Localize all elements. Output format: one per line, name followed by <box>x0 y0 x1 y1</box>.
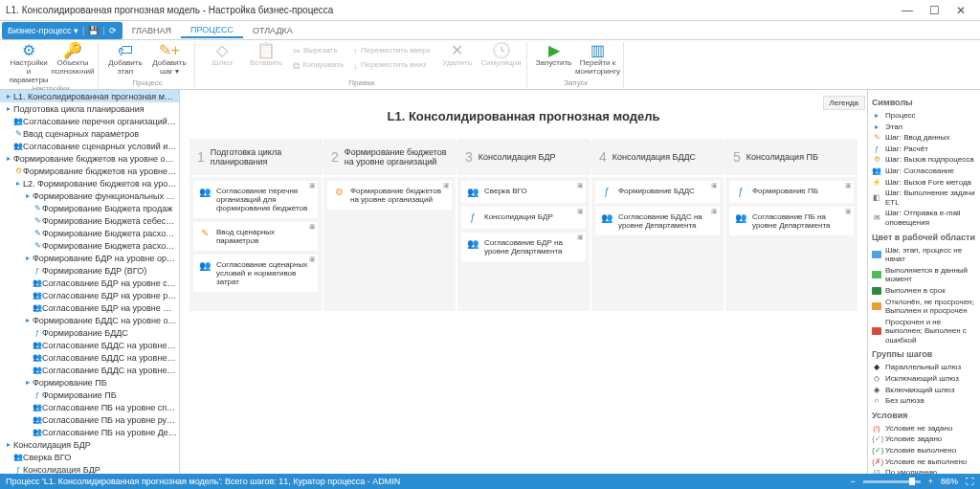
tab-debug[interactable]: ОТЛАДКА <box>243 24 302 37</box>
step-corner-icon[interactable]: ▣ <box>443 182 450 189</box>
tree-node[interactable]: 👥Согласование БДДС на уровне руководител… <box>0 351 179 364</box>
close-button[interactable]: ✕ <box>947 4 974 17</box>
legend-heading: Символы <box>872 98 976 107</box>
legend-toggle[interactable]: Легенда <box>823 96 865 110</box>
tree-node[interactable]: ⚙Формирование бюджетов на уровне организ… <box>0 165 179 177</box>
tree-node[interactable]: ▸Подготовка цикла планирования <box>0 102 179 115</box>
step-corner-icon[interactable]: ▣ <box>577 182 584 189</box>
window-title: L1. Консолидированная прогнозная модель … <box>6 5 894 15</box>
tree-node[interactable]: ▸L1. Консолидированная прогнозная модель <box>0 90 179 102</box>
tree-node[interactable]: 👥Согласование перечня организаций для фо… <box>0 115 179 127</box>
step-card[interactable]: ƒКонсолидация БДР▣ <box>461 207 586 229</box>
maximize-button[interactable]: ☐ <box>921 4 947 17</box>
copy-button[interactable]: ⧉Копировать <box>293 58 344 72</box>
tree-node[interactable]: 👥Согласование БДДС на уровне специалиста… <box>0 339 179 351</box>
step-corner-icon[interactable]: ▣ <box>577 233 584 241</box>
stage-header[interactable]: 2Формирование бюджетов на уровне организ… <box>323 139 456 175</box>
tree-node[interactable]: 👥Согласование ПБ на уровне руководителя … <box>0 413 179 426</box>
stage-header[interactable]: 4Консолидация БДДС <box>591 139 724 175</box>
run-button[interactable]: ▶Запустить <box>533 42 575 77</box>
step-corner-icon[interactable]: ▣ <box>845 182 852 189</box>
step-card[interactable]: 👥Согласование БДДС на уровне Департамент… <box>595 207 720 235</box>
step-card[interactable]: 👥Согласование перечня организаций для фо… <box>193 181 318 218</box>
simulation-button[interactable]: 🕓Симуляция <box>480 42 523 74</box>
zoom-out-button[interactable]: − <box>850 477 855 486</box>
gate-button[interactable]: ◇Шлюз <box>201 42 243 74</box>
stage-name: Консолидация БДДС <box>612 152 696 162</box>
tree-node[interactable]: ƒФормирование БДР (ВГО) <box>0 264 179 277</box>
stage[interactable]: 4Консолидация БДДСƒФормирование БДДС▣👥Со… <box>591 139 724 311</box>
step-card[interactable]: 👥Согласование сценарных условий и нормат… <box>193 255 318 292</box>
delete-button[interactable]: ✕Удалить <box>436 42 479 74</box>
monitoring-button[interactable]: ▥Перейти к мониторингу <box>577 42 619 77</box>
tab-home[interactable]: ГЛАВНАЯ <box>122 24 181 37</box>
move-down-button[interactable]: ↓Переместить вниз <box>353 58 430 72</box>
step-icon: ƒ <box>735 187 746 197</box>
tree-node[interactable]: 👥Сверка ВГО <box>0 451 179 463</box>
step-corner-icon[interactable]: ▣ <box>309 256 316 263</box>
tree-node[interactable]: ✎Формирование Бюджета расходов на персон… <box>0 239 179 252</box>
step-card[interactable]: 👥Согласование ПБ на уровне Департамента▣ <box>729 207 854 235</box>
expand-icon[interactable]: ⛶ <box>966 477 974 486</box>
step-card[interactable]: ƒФормирование ПБ▣ <box>729 181 854 203</box>
tree-node[interactable]: ƒФормирование ПБ <box>0 389 179 401</box>
tree-node[interactable]: ✎Формирование Бюджета себестоимости <box>0 214 179 227</box>
tree-node[interactable]: 👥Согласование БДР на уровне руководителя… <box>0 289 179 301</box>
tree-node[interactable]: ▸Формирование ПБ <box>0 376 179 389</box>
tree-node[interactable]: 👥Согласование ПБ на уровне специалиста о… <box>0 401 179 413</box>
tree-node[interactable]: ✎Формирование Бюджета расходов на трансп… <box>0 227 179 239</box>
tree-icon: ƒ <box>33 266 42 275</box>
zoom-slider[interactable] <box>863 480 921 483</box>
tree-node[interactable]: 👥Согласование БДР на уровне специалиста … <box>0 277 179 289</box>
step-card[interactable]: 👥Согласование БДР на уровне Департамента… <box>461 233 586 261</box>
tree-node[interactable]: ▸Формирование функциональных бюджетов <box>0 189 179 202</box>
minimize-button[interactable]: — <box>894 4 921 17</box>
zoom-in-button[interactable]: + <box>928 477 933 486</box>
stage[interactable]: 2Формирование бюджетов на уровне организ… <box>323 139 456 311</box>
tree-node[interactable]: 👥Согласование БДР на уровне Департамента <box>0 301 179 314</box>
step-corner-icon[interactable]: ▣ <box>309 182 316 189</box>
step-card[interactable]: ⚙Формирование бюджетов на уровне организ… <box>327 181 452 210</box>
tree-node[interactable]: ✎Формирование Бюджета продаж <box>0 202 179 214</box>
save-icon[interactable]: 💾 <box>88 26 99 35</box>
step-label: Формирование ПБ <box>752 187 818 195</box>
tree-node[interactable]: 👥Согласование ПБ на уровне Департамента <box>0 426 179 438</box>
stage-header[interactable]: 5Консолидация ПБ <box>725 139 858 175</box>
step-card[interactable]: 👥Сверка ВГО▣ <box>461 181 586 203</box>
move-up-button[interactable]: ↑Переместить вверх <box>353 44 430 57</box>
step-corner-icon[interactable]: ▣ <box>577 208 584 215</box>
tree-node[interactable]: ▸Формирование БДР на уровне организаций <box>0 252 179 264</box>
tree-node[interactable]: ✎Ввод сценарных параметров <box>0 127 179 140</box>
step-corner-icon[interactable]: ▣ <box>845 208 852 215</box>
add-stage-button[interactable]: 🏷Добавить этап <box>104 42 146 77</box>
paste-button[interactable]: 📋Вставить <box>245 42 287 74</box>
permissions-button[interactable]: 🔑Объекты полномочий <box>52 42 94 84</box>
tree-node[interactable]: 👥Согласование БДДС на уровне Департамент… <box>0 364 179 376</box>
legend-icon: ✉ <box>872 213 881 223</box>
stage-header[interactable]: 1Подготовка цикла планирования <box>189 139 322 175</box>
refresh-icon[interactable]: ⟳ <box>109 26 117 35</box>
step-corner-icon[interactable]: ▣ <box>711 208 718 215</box>
tree-node[interactable]: ƒКонсолидация БДР <box>0 463 179 474</box>
tree-node[interactable]: ƒФормирование БДДС <box>0 326 179 339</box>
cut-button[interactable]: ✂Вырезать <box>293 44 344 57</box>
tree-node[interactable]: ▸Формирование бюджетов на уровне организ… <box>0 152 179 165</box>
tree-node[interactable]: ▸Формирование БДДС на уровне организаций <box>0 314 179 326</box>
step-card[interactable]: ƒФормирование БДДС▣ <box>595 181 720 203</box>
stage[interactable]: 3Консолидация БДР👥Сверка ВГО▣ƒКонсолидац… <box>457 139 590 311</box>
stage[interactable]: 1Подготовка цикла планирования👥Согласова… <box>189 139 322 311</box>
tree-node[interactable]: ▸L2. Формирование бюджетов на уровне орг… <box>0 177 179 189</box>
step-corner-icon[interactable]: ▣ <box>711 182 718 189</box>
qat-dropdown[interactable]: Бизнес-процесс ▾ |💾 |⟳ <box>2 22 122 39</box>
tree-node[interactable]: ▸Консолидация БДР <box>0 438 179 451</box>
stage-header[interactable]: 3Консолидация БДР <box>457 139 590 175</box>
settings-button[interactable]: ⚙Настройки и параметры <box>8 42 50 84</box>
add-step-button[interactable]: ✎+Добавить шаг ▾ <box>148 42 190 77</box>
process-tree[interactable]: ▸L1. Консолидированная прогнозная модель… <box>0 90 180 474</box>
step-card[interactable]: ✎Ввод сценарных параметров▣ <box>193 222 318 251</box>
tab-process[interactable]: ПРОЦЕСС <box>181 23 243 38</box>
step-corner-icon[interactable]: ▣ <box>309 223 316 231</box>
step-label: Сверка ВГО <box>484 187 527 195</box>
tree-node[interactable]: 👥Согласование сценарных условий и нормат… <box>0 140 179 152</box>
stage[interactable]: 5Консолидация ПБƒФормирование ПБ▣👥Соглас… <box>725 139 858 311</box>
